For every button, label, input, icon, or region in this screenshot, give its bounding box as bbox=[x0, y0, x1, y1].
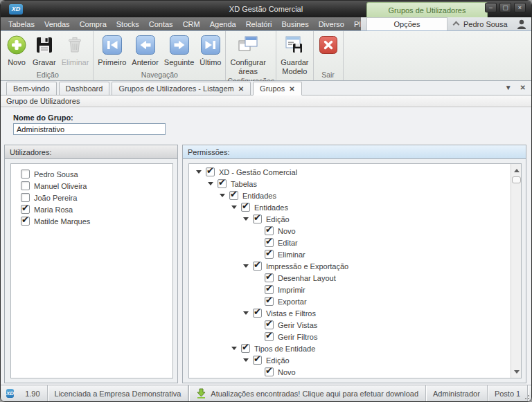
permission-checkbox[interactable] bbox=[265, 320, 274, 329]
doc-tab-bem-vindo[interactable]: Bem-vindo bbox=[6, 82, 57, 95]
tree-node-editar[interactable]: Editar bbox=[189, 378, 521, 378]
permission-checkbox[interactable] bbox=[229, 191, 238, 200]
tree-node-exportar[interactable]: Exportar bbox=[189, 295, 521, 307]
permission-checkbox[interactable] bbox=[265, 285, 274, 294]
ribbon-button--ltimo[interactable]: Último bbox=[197, 33, 224, 68]
expand-collapse-icon[interactable] bbox=[208, 182, 213, 185]
ribbon-button-sair[interactable] bbox=[315, 33, 342, 57]
close-tab-icon[interactable]: ✕ bbox=[520, 84, 526, 91]
ribbon-button-anterior[interactable]: Anterior bbox=[129, 33, 161, 68]
expand-collapse-icon[interactable] bbox=[220, 194, 225, 197]
ribbon-button-guardar-modelo[interactable]: Guardar Modelo bbox=[278, 33, 311, 76]
menu-item-vendas[interactable]: Vendas bbox=[39, 20, 75, 28]
user-list-item[interactable]: João Pereira bbox=[11, 192, 172, 203]
menu-item-compra[interactable]: Compra bbox=[75, 20, 112, 28]
role-label: Administrador bbox=[426, 385, 488, 401]
tree-node-gerir-filtros[interactable]: Gerir Filtros bbox=[189, 331, 521, 342]
user-list-item[interactable]: Maria Rosa bbox=[11, 203, 172, 215]
maximize-button[interactable]: ▢ bbox=[499, 3, 511, 12]
user-checkbox[interactable] bbox=[21, 181, 30, 190]
permission-checkbox[interactable] bbox=[265, 226, 274, 235]
permission-label: Eliminar bbox=[278, 250, 305, 259]
collapse-ribbon-icon[interactable] bbox=[453, 21, 460, 28]
tree-node-gerir-vistas[interactable]: Gerir Vistas bbox=[189, 319, 521, 331]
expand-collapse-icon[interactable] bbox=[231, 205, 237, 209]
tree-node-vistas-e-filtros[interactable]: Vistas e Filtros bbox=[189, 307, 521, 319]
scroll-down-icon[interactable] bbox=[512, 367, 521, 376]
tab-opcoes[interactable]: Opções bbox=[366, 17, 447, 30]
user-list-item[interactable]: Pedro Sousa bbox=[11, 168, 172, 180]
ribbon-button-configurar-reas[interactable]: Configurar áreas bbox=[227, 33, 268, 76]
minimize-button[interactable]: – bbox=[485, 3, 497, 12]
tree-node-edi-o[interactable]: Edição bbox=[189, 354, 521, 366]
user-list-item[interactable]: Manuel Oliveira bbox=[11, 180, 172, 192]
scrollbar-thumb[interactable] bbox=[512, 176, 521, 183]
expand-collapse-icon[interactable] bbox=[243, 217, 249, 221]
close-button[interactable]: × bbox=[514, 3, 526, 12]
menu-item-tabelas[interactable]: Tabelas bbox=[3, 20, 39, 28]
permission-checkbox[interactable] bbox=[218, 179, 227, 188]
update-notification[interactable]: Atualizações encontradas! Clique aqui pa… bbox=[189, 385, 426, 401]
tree-node-entidades[interactable]: Entidades bbox=[189, 190, 521, 201]
tree-node-xd-gest-o-comercial[interactable]: XD - Gestão Comercial bbox=[189, 166, 521, 178]
permission-checkbox[interactable] bbox=[253, 356, 262, 365]
resize-grip[interactable] bbox=[523, 393, 530, 400]
ribbon-button-seguinte[interactable]: Seguinte bbox=[161, 33, 197, 68]
tab-close-icon[interactable]: ✕ bbox=[238, 85, 244, 93]
ribbon-button-novo[interactable]: Novo bbox=[3, 33, 30, 68]
permission-checkbox[interactable] bbox=[265, 332, 274, 341]
tree-node-impress-o-e-exporta-o[interactable]: Impressão e Exportação bbox=[189, 260, 521, 272]
user-list-item[interactable]: Matilde Marques bbox=[11, 215, 172, 227]
permission-checkbox[interactable] bbox=[265, 238, 274, 247]
permission-checkbox[interactable] bbox=[253, 309, 262, 318]
tree-node-imprimir[interactable]: Imprimir bbox=[189, 284, 521, 295]
permission-checkbox[interactable] bbox=[253, 214, 262, 223]
tab-close-icon[interactable]: ✕ bbox=[289, 85, 294, 93]
doc-tab-grupos[interactable]: Grupos✕ bbox=[253, 82, 301, 95]
menu-item-stocks[interactable]: Stocks bbox=[112, 20, 144, 28]
permission-checkbox[interactable] bbox=[265, 367, 274, 376]
expand-collapse-icon[interactable] bbox=[243, 311, 249, 315]
menu-item-agenda[interactable]: Agenda bbox=[205, 20, 241, 28]
tab-list-dropdown-icon[interactable]: ▼ bbox=[505, 84, 512, 91]
permission-checkbox[interactable] bbox=[265, 273, 274, 282]
ribbon-button-primeiro[interactable]: Primeiro bbox=[95, 33, 129, 68]
permission-checkbox[interactable] bbox=[206, 167, 215, 176]
tree-node-eliminar[interactable]: Eliminar bbox=[189, 248, 521, 260]
menu-item-busines[interactable]: Busines bbox=[277, 20, 314, 28]
nav-prev-icon bbox=[135, 35, 156, 57]
expand-collapse-icon[interactable] bbox=[243, 264, 249, 268]
user-checkbox[interactable] bbox=[21, 217, 30, 226]
menu-item-relatóri[interactable]: Relatóri bbox=[241, 20, 277, 28]
menu-item-contas[interactable]: Contas bbox=[144, 20, 178, 28]
tree-node-editar[interactable]: Editar bbox=[189, 237, 521, 248]
doc-tab-grupos-de-utilizadores-listagem[interactable]: Grupos de Utilizadores - Listagem✕ bbox=[112, 82, 251, 95]
tree-node-entidades[interactable]: Entidades bbox=[189, 201, 521, 213]
tree-node-desenhar-layout[interactable]: Desenhar Layout bbox=[189, 272, 521, 284]
permission-checkbox[interactable] bbox=[241, 344, 250, 353]
user-checkbox[interactable] bbox=[21, 170, 30, 179]
tree-node-novo[interactable]: Novo bbox=[189, 366, 521, 378]
group-name-input[interactable] bbox=[13, 123, 166, 135]
menu-item-crm[interactable]: CRM bbox=[178, 20, 205, 28]
expand-collapse-icon[interactable] bbox=[243, 358, 249, 362]
menu-item-diverso[interactable]: Diverso bbox=[314, 20, 349, 28]
permission-checkbox[interactable] bbox=[265, 297, 274, 306]
tree-node-novo[interactable]: Novo bbox=[189, 225, 521, 237]
title-bar: XD XD Gestão Comercial Grupos de Utiliza… bbox=[1, 1, 531, 17]
user-checkbox[interactable] bbox=[21, 193, 30, 202]
tree-node-tabelas[interactable]: Tabelas bbox=[189, 178, 521, 190]
tree-scrollbar[interactable] bbox=[511, 164, 521, 378]
scroll-up-icon[interactable] bbox=[512, 165, 521, 175]
expand-collapse-icon[interactable] bbox=[196, 170, 202, 174]
user-person-icon[interactable] bbox=[516, 19, 527, 33]
user-checkbox[interactable] bbox=[21, 205, 30, 214]
permission-checkbox[interactable] bbox=[265, 250, 274, 259]
permission-checkbox[interactable] bbox=[253, 262, 262, 271]
ribbon-button-gravar[interactable]: Gravar bbox=[30, 33, 59, 68]
expand-collapse-icon[interactable] bbox=[231, 347, 237, 350]
tree-node-tipos-de-entidade[interactable]: Tipos de Entidade bbox=[189, 342, 521, 354]
permission-checkbox[interactable] bbox=[241, 203, 250, 212]
tree-node-edi-o[interactable]: Edição bbox=[189, 213, 521, 225]
doc-tab-dashboard[interactable]: Dashboard bbox=[59, 82, 110, 95]
